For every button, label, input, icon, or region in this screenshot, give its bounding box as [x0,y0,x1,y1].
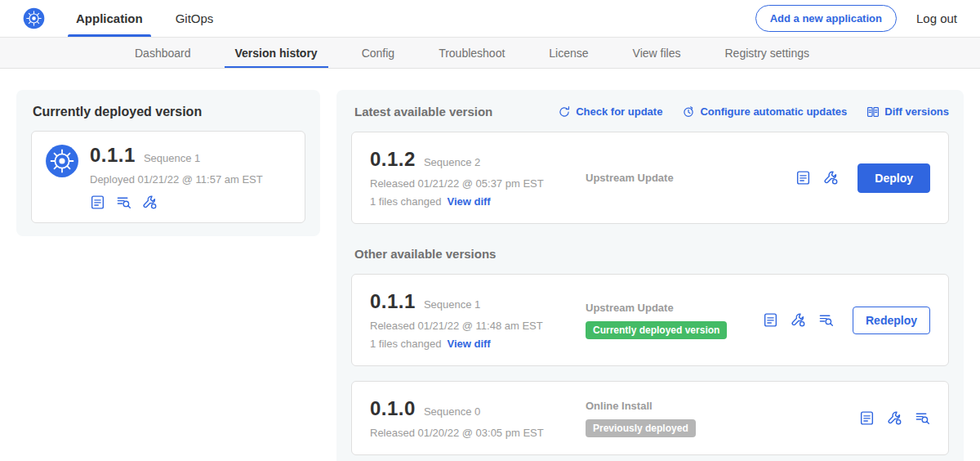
navbar-right: Add a new application Log out [755,0,957,37]
subnav-tab-view-files[interactable]: View files [611,38,703,68]
edit-config-icon[interactable] [887,410,902,426]
subnav-tab-license-label: License [549,47,588,60]
nav-tab-application[interactable]: Application [60,0,159,37]
check-for-update-link[interactable]: Check for update [558,105,662,119]
nav-tab-gitops[interactable]: GitOps [159,0,230,37]
clock-icon [682,105,695,119]
view-diff-link[interactable]: View diff [447,338,490,350]
release-notes-icon[interactable] [795,170,811,186]
subnav-tab-troubleshoot-label: Troubleshoot [439,47,505,60]
subnav-tab-dashboard-label: Dashboard [135,47,191,60]
nav-tab-application-label: Application [76,11,143,25]
refresh-icon [558,105,571,119]
released-timestamp: Released 01/21/22 @ 05:37 pm EST [370,177,574,190]
sequence-label: Sequence 0 [424,405,480,418]
version-row: 0.1.2 Sequence 2 [370,148,574,171]
latest-version-title: Latest available version [354,105,492,119]
diff-versions-link[interactable]: Diff versions [866,105,949,119]
version-row: 0.1.1 Sequence 1 [370,290,574,313]
nav-tab-gitops-label: GitOps [176,11,214,25]
release-notes-icon[interactable] [859,410,875,426]
redeploy-button[interactable]: Redeploy [853,307,930,334]
app-logo-icon [45,144,79,178]
version-card-0-1-1: 0.1.1 Sequence 1 Released 01/21/22 @ 11:… [351,274,949,366]
version-header-actions: Check for update Configure automatic upd… [558,105,949,119]
version-number: 0.1.1 [370,290,416,313]
kubernetes-logo-icon [23,0,45,37]
released-timestamp: Released 01/20/22 @ 03:05 pm EST [370,427,574,439]
currently-deployed-panel: Currently deployed version 0.1.1 Sequenc… [16,90,320,236]
version-source: Upstream Update Currently deployed versi… [574,302,763,339]
version-info: 0.1.0 Sequence 0 Released 01/20/22 @ 03:… [370,397,574,439]
files-changed-label: 1 files changed [370,195,441,208]
files-changed-label: 1 files changed [370,338,441,350]
version-actions: Redeploy [763,307,930,334]
version-actions [859,410,930,426]
version-info: 0.1.2 Sequence 2 Released 01/21/22 @ 05:… [370,148,574,208]
deploy-logs-icon[interactable] [116,195,131,210]
currently-deployed-badge: Currently deployed version [586,321,727,339]
files-changed-row: 1 files changed View diff [370,338,574,350]
source-label: Upstream Update [586,172,795,184]
source-label: Online Install [586,400,859,412]
sequence-label: Sequence 2 [424,156,480,168]
configure-automatic-updates-link[interactable]: Configure automatic updates [682,105,847,119]
release-notes-icon[interactable] [763,312,778,328]
deployed-version-info: 0.1.1 Sequence 1 Deployed 01/21/22 @ 11:… [90,144,263,210]
sequence-label: Sequence 1 [424,298,480,311]
deploy-button[interactable]: Deploy [858,163,930,193]
version-info: 0.1.1 Sequence 1 Released 01/21/22 @ 11:… [370,290,574,350]
subnav-tab-license[interactable]: License [527,38,610,68]
deploy-logs-icon[interactable] [818,312,834,328]
deployed-panel-title: Currently deployed version [33,105,305,119]
source-label: Upstream Update [586,302,763,314]
released-timestamp: Released 01/21/22 @ 11:48 am EST [370,320,574,332]
app-nav-tabs: Application GitOps [60,0,229,37]
subnav-tab-config-label: Config [362,47,394,60]
subnav-tab-troubleshoot[interactable]: Troubleshoot [416,38,527,68]
view-diff-link[interactable]: View diff [447,195,490,208]
available-versions-panel: Latest available version Check for updat… [336,90,964,461]
deployed-version-row: 0.1.1 Sequence 1 [90,144,263,167]
version-source: Online Install Previously deployed [574,400,859,437]
subnav-tab-view-files-label: View files [633,47,681,60]
other-versions-title: Other available versions [354,247,949,261]
files-changed-row: 1 files changed View diff [370,195,574,208]
subnav-tab-registry-settings[interactable]: Registry settings [702,38,831,68]
deployed-version-number: 0.1.1 [90,144,136,167]
subnav-tab-dashboard[interactable]: Dashboard [113,38,213,68]
top-navbar: Application GitOps Add a new application… [0,0,980,38]
add-application-button[interactable]: Add a new application [755,5,897,32]
previously-deployed-badge: Previously deployed [586,419,696,437]
deployed-version-card: 0.1.1 Sequence 1 Deployed 01/21/22 @ 11:… [31,131,305,223]
edit-config-icon[interactable] [142,195,158,210]
deployed-actions [90,195,263,210]
app-subnav: Dashboard Version history Config Trouble… [0,38,980,69]
version-number: 0.1.0 [370,397,416,420]
subnav-tab-registry-settings-label: Registry settings [724,47,808,60]
version-card-0-1-0: 0.1.0 Sequence 0 Released 01/20/22 @ 03:… [351,381,949,455]
check-for-update-label: Check for update [576,105,662,118]
version-row: 0.1.0 Sequence 0 [370,397,574,420]
logout-link[interactable]: Log out [916,11,957,25]
deployed-timestamp: Deployed 01/21/22 @ 11:57 am EST [90,173,263,186]
version-card-0-1-2: 0.1.2 Sequence 2 Released 01/21/22 @ 05:… [351,132,949,224]
subnav-tab-config[interactable]: Config [340,38,416,68]
version-number: 0.1.2 [370,148,416,171]
diff-icon [866,105,880,119]
deployed-sequence-label: Sequence 1 [144,152,200,164]
edit-config-icon[interactable] [823,170,839,186]
main-content: Currently deployed version 0.1.1 Sequenc… [0,69,980,461]
edit-config-icon[interactable] [791,312,806,328]
deploy-logs-icon[interactable] [915,410,930,426]
diff-versions-label: Diff versions [884,105,949,118]
release-notes-icon[interactable] [90,195,105,210]
configure-automatic-updates-label: Configure automatic updates [700,105,847,118]
subnav-tab-version-history-label: Version history [235,47,318,60]
version-source: Upstream Update [574,172,795,184]
version-actions: Deploy [795,163,930,193]
latest-version-header: Latest available version Check for updat… [354,105,949,119]
navbar-left: Application GitOps [23,0,229,37]
subnav-tab-version-history[interactable]: Version history [213,38,340,68]
